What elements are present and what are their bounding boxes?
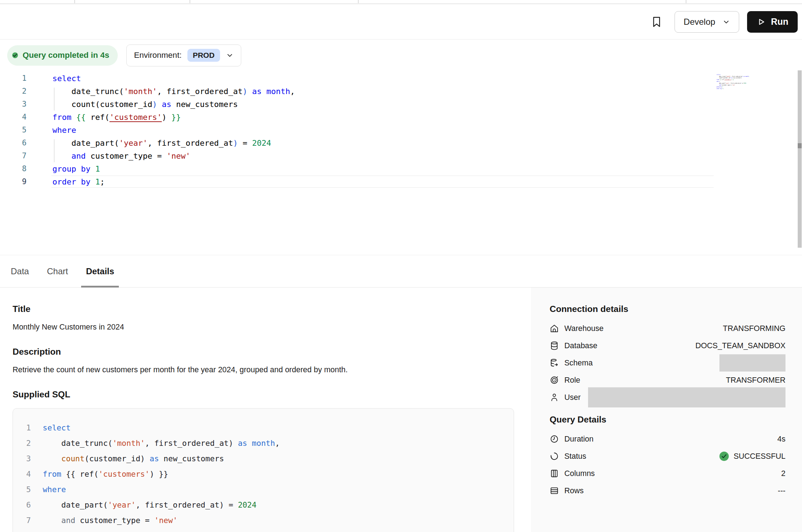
line-number: 9 [0,177,27,186]
run-button[interactable]: Run [747,11,798,33]
detail-label: Duration [564,435,593,444]
code-text: select [27,74,81,83]
supplied-sql-line: 7 and customer_type = 'new' [13,513,514,528]
supplied-sql-line: 5where [13,482,514,497]
detail-label: User [564,393,580,402]
editor-line[interactable]: 4from {{ ref('customers') }} [0,111,802,123]
editor-line[interactable]: 2 date_trunc('month', first_ordered_at) … [0,85,802,98]
title-heading: Title [13,304,517,314]
detail-row: User [550,389,785,406]
role-icon [550,375,559,385]
run-button-label: Run [771,17,788,27]
browser-tab-strip [0,0,802,4]
chevron-down-icon [226,51,234,59]
line-number: 1 [13,423,31,432]
bookmark-button[interactable] [650,15,663,28]
supplied-sql-line: 4from {{ ref('customers') }} [13,466,514,482]
detail-row: Rows--- [550,482,785,499]
editor-line[interactable]: 9order by 1; [0,175,802,188]
connection-details-heading: Connection details [550,304,785,314]
tab-chart[interactable]: Chart [47,255,68,287]
line-number: 4 [0,113,27,121]
code-text: from {{ ref('customers') }} [31,470,168,479]
detail-label: Status [564,452,586,461]
loader-icon [550,452,559,461]
check-circle-icon [719,451,729,461]
code-text: order by 1; [27,177,105,186]
redacted-value [719,354,785,372]
details-content: Title Monthly New Customers in 2024 Desc… [0,288,802,532]
detail-row: Duration4s [550,430,785,448]
detail-value: TRANSFORMING [723,324,785,333]
line-number: 1 [0,74,27,83]
detail-row: RoleTRANSFORMER [550,372,785,389]
description-heading: Description [13,347,517,357]
detail-label: Schema [564,359,593,368]
editor-line[interactable]: 7 and customer_type = 'new' [0,149,802,162]
editor-line[interactable]: 3 count(customer_id) as new_customers [0,98,802,111]
editor-line[interactable]: 1select [0,72,802,85]
clock-icon [550,434,559,444]
query-details-heading: Query Details [550,415,785,425]
code-text: where [31,485,66,494]
detail-row: StatusSUCCESSFUL [550,448,785,465]
chevron-down-icon [722,18,730,26]
editor-minimap[interactable]: select date_trunc('month', first_ordered… [717,74,764,117]
editor-scrollbar[interactable] [798,70,802,248]
indent-guide [54,139,55,162]
environment-selector[interactable]: Environment: PROD [126,45,241,66]
detail-value: 4s [777,435,785,444]
play-icon [756,17,766,27]
line-number: 4 [13,470,31,479]
tab-details[interactable]: Details [86,255,114,287]
line-number: 5 [13,485,31,494]
code-text: date_part('year', first_ordered_at) = 20… [31,500,256,509]
rows-icon [550,486,559,495]
detail-row: Columns2 [550,465,785,482]
schema-icon [550,358,559,368]
detail-label: Role [564,376,580,385]
editor-scrollbar-thumb[interactable] [798,143,802,148]
environment-label: Environment: [134,51,182,60]
columns-icon [550,469,559,478]
sql-editor[interactable]: 1select2 date_trunc('month', first_order… [0,72,802,248]
tab-strip-divider [686,0,686,3]
line-number: 2 [0,87,27,95]
supplied-sql-heading: Supplied SQL [13,389,517,400]
line-number: 7 [13,516,31,525]
code-text: count(customer_id) as new_customers [31,454,224,463]
supplied-sql-line: 1select [13,420,514,435]
detail-value: --- [778,486,785,495]
tab-data[interactable]: Data [11,255,29,287]
line-number: 8 [0,164,27,173]
editor-line[interactable]: 6 date_part('year', first_ordered_at) = … [0,136,802,149]
detail-label: Database [564,341,597,350]
code-text: count(customer_id) as new_customers [27,100,238,109]
database-icon [550,341,559,350]
warehouse-icon [550,324,559,333]
query-status-text: Query completed in 4s [23,51,109,60]
title-value: Monthly New Customers in 2024 [13,323,517,332]
bookmark-icon [650,15,663,28]
code-text: where [27,126,76,135]
detail-label: Warehouse [564,324,603,333]
code-text: date_part('year', first_ordered_at) = 20… [27,139,271,148]
code-text: date_trunc('month', first_ordered_at) as… [31,439,280,448]
redacted-value [588,387,785,407]
app-window: Develop Run Query completed in 4s Enviro… [0,0,802,532]
line-number: 6 [0,139,27,147]
code-text: select [31,423,71,432]
editor-line[interactable]: 8group by 1 [0,162,802,175]
environment-value-badge: PROD [187,49,220,62]
develop-menu-button[interactable]: Develop [675,11,739,33]
supplied-sql-line: 3 count(customer_id) as new_customers [13,451,514,466]
editor-code-area[interactable]: 1select2 date_trunc('month', first_order… [0,72,802,188]
supplied-sql-line: 8group by 1 [13,528,514,532]
toolbar: Develop Run [0,4,802,39]
query-status-bar: Query completed in 4s Environment: PROD [0,40,241,70]
supplied-sql-line: 6 date_part('year', first_ordered_at) = … [13,497,514,513]
detail-label: Rows [564,486,584,495]
editor-line[interactable]: 5where [0,123,802,136]
query-status-pill: Query completed in 4s [7,45,118,66]
detail-row: DatabaseDOCS_TEAM_SANDBOX [550,337,785,354]
